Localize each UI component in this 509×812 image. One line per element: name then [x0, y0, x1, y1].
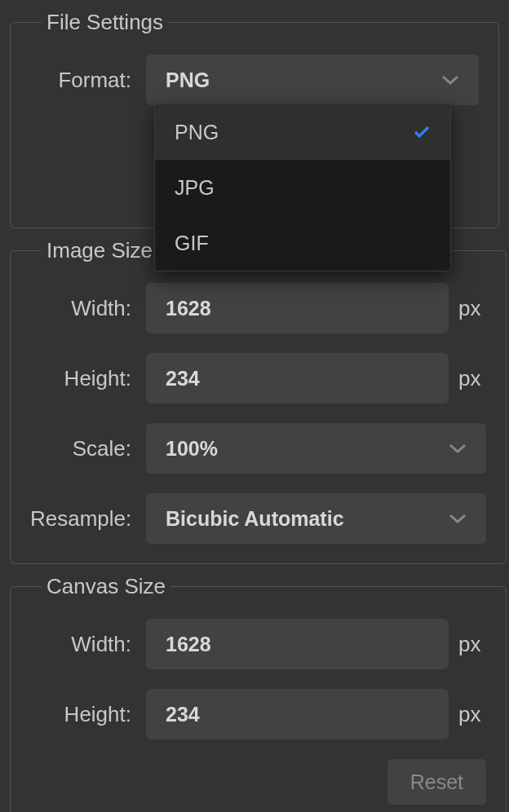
image-width-row: Width: px [30, 283, 486, 333]
reset-button[interactable]: Reset [387, 759, 486, 805]
canvas-height-row: Height: px [30, 689, 486, 739]
image-height-unit: px [458, 366, 486, 391]
image-width-input[interactable] [146, 283, 449, 333]
chevron-down-icon [441, 71, 459, 89]
file-settings-legend: File Settings [42, 10, 168, 35]
canvas-width-label: Width: [30, 632, 146, 657]
format-option-label: GIF [175, 232, 209, 255]
canvas-height-label: Height: [30, 702, 146, 727]
image-height-input[interactable] [146, 353, 449, 404]
canvas-width-unit: px [458, 632, 486, 657]
image-width-label: Width: [30, 296, 146, 321]
image-size-group: Image Size Width: px Height: px Scale: 1… [10, 238, 507, 564]
canvas-height-unit: px [458, 702, 486, 727]
chevron-down-icon [449, 510, 467, 527]
format-row: Format: PNG [30, 55, 479, 105]
resample-row: Resample: Bicubic Automatic [30, 493, 486, 544]
canvas-size-legend: Canvas Size [42, 574, 170, 599]
scale-label: Scale: [30, 436, 146, 461]
format-option-gif[interactable]: GIF [155, 215, 450, 271]
format-value: PNG [166, 68, 210, 92]
reset-row: Reset [30, 759, 486, 805]
format-option-label: PNG [175, 121, 219, 144]
canvas-width-input[interactable] [146, 619, 449, 669]
canvas-size-group: Canvas Size Width: px Height: px Reset [10, 574, 507, 812]
format-dropdown: PNG JPG GIF [154, 104, 451, 271]
image-size-legend: Image Size [42, 238, 157, 263]
format-option-jpg[interactable]: JPG [155, 160, 450, 215]
format-option-label: JPG [175, 176, 215, 200]
resample-select[interactable]: Bicubic Automatic [146, 493, 486, 544]
check-icon [413, 123, 431, 141]
format-option-png[interactable]: PNG [155, 104, 450, 160]
canvas-width-row: Width: px [30, 619, 486, 669]
scale-value: 100% [166, 437, 218, 461]
scale-select[interactable]: 100% [146, 423, 486, 474]
scale-row: Scale: 100% [30, 423, 486, 474]
resample-value: Bicubic Automatic [166, 507, 344, 531]
chevron-down-icon [449, 439, 467, 457]
image-width-unit: px [458, 296, 486, 321]
resample-label: Resample: [30, 506, 146, 532]
canvas-height-input[interactable] [146, 689, 449, 739]
format-label: Format: [30, 68, 146, 93]
format-select[interactable]: PNG [146, 55, 479, 105]
image-height-row: Height: px [30, 353, 486, 404]
image-height-label: Height: [30, 366, 146, 391]
